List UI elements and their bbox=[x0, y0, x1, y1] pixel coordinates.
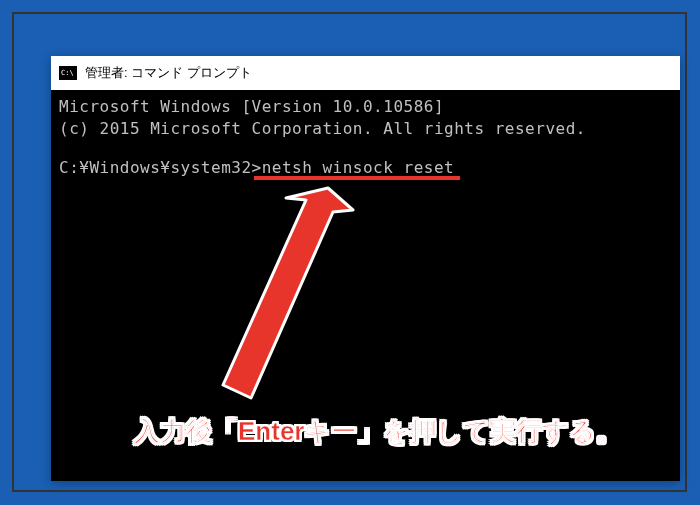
screenshot-frame: C:\ 管理者: コマンド プロンプト Microsoft Windows [V… bbox=[12, 12, 687, 492]
window-title: 管理者: コマンド プロンプト bbox=[85, 64, 252, 82]
terminal-body[interactable]: Microsoft Windows [Version 10.0.10586] (… bbox=[51, 90, 680, 185]
cmd-icon: C:\ bbox=[59, 66, 77, 80]
terminal-command: netsh winsock reset bbox=[262, 158, 455, 177]
terminal-line-copyright: (c) 2015 Microsoft Corporation. All righ… bbox=[59, 118, 672, 140]
terminal-prompt: C:¥Windows¥system32> bbox=[59, 158, 262, 177]
annotation-underline bbox=[254, 176, 460, 180]
terminal-line-version: Microsoft Windows [Version 10.0.10586] bbox=[59, 96, 672, 118]
svg-marker-0 bbox=[223, 188, 353, 398]
annotation-arrow bbox=[181, 180, 361, 410]
annotation-text: 入力後「Enterキー」を押して実行する。 bbox=[134, 414, 622, 449]
cmd-icon-text: C:\ bbox=[61, 70, 74, 77]
titlebar[interactable]: C:\ 管理者: コマンド プロンプト bbox=[51, 56, 680, 90]
